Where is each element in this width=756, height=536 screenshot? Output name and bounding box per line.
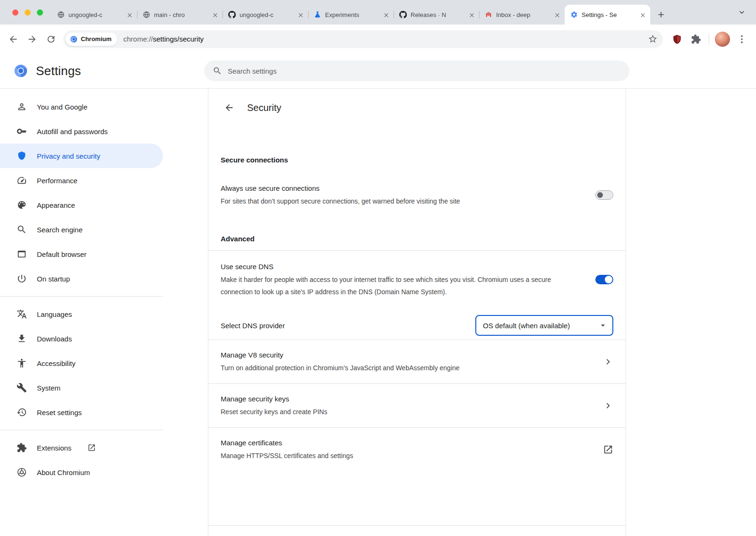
ublock-extension-button[interactable] (668, 30, 687, 49)
tab-close-icon[interactable] (210, 10, 220, 19)
row-title: Always use secure connections (221, 183, 572, 194)
flask-icon (314, 11, 321, 18)
back-button[interactable] (221, 99, 238, 116)
use-secure-dns-toggle[interactable] (595, 275, 613, 284)
sidebar-item-label: Autofill and passwords (37, 128, 108, 136)
traffic-light-minimize[interactable] (25, 9, 31, 16)
url-text[interactable]: chrome://settings/security (123, 35, 645, 43)
download-icon (17, 333, 27, 344)
row-text: Manage V8 security Turn on additional pr… (221, 349, 603, 374)
security-page: Security Secure connections Always use s… (208, 89, 626, 536)
toggle-knob (605, 276, 612, 283)
row-subtitle: Reset security keys and create PINs (221, 406, 579, 418)
sidebar-item-autofill[interactable]: Autofill and passwords (0, 119, 163, 144)
sidebar-item-performance[interactable]: Performance (0, 168, 163, 193)
address-bar[interactable]: Chromium chrome://settings/security (63, 30, 663, 48)
sidebar-item-you-and-google[interactable]: You and Google (0, 94, 163, 119)
right-gutter (626, 89, 756, 536)
tab-settings-active[interactable]: Settings - Se (565, 5, 650, 25)
page-head: Security (221, 89, 613, 121)
sidebar-item-extensions[interactable]: Extensions (0, 435, 163, 460)
arrow-back-icon (224, 102, 234, 113)
sidebar-item-label: Appearance (37, 201, 75, 209)
tab-main-chromium[interactable]: main - chro (137, 5, 223, 25)
sidebar-item-on-startup[interactable]: On startup (0, 266, 163, 291)
sidebar-item-downloads[interactable]: Downloads (0, 326, 163, 351)
reload-button[interactable] (42, 30, 60, 49)
search-icon (17, 224, 27, 235)
power-icon (17, 273, 27, 284)
sidebar-item-privacy-security[interactable]: Privacy and security (0, 144, 163, 168)
chevron-right-icon (603, 400, 613, 411)
forward-button[interactable] (23, 30, 42, 49)
tab-inbox[interactable]: Inbox - deep (479, 5, 565, 25)
sidebar-item-accessibility[interactable]: Accessibility (0, 351, 163, 375)
back-button[interactable] (4, 30, 23, 49)
kebab-menu-icon (737, 34, 747, 44)
site-chip[interactable]: Chromium (66, 33, 117, 46)
tab-close-icon[interactable] (296, 10, 305, 19)
row-title: Manage certificates (221, 437, 579, 449)
url-scheme: chrome:// (123, 35, 153, 43)
row-subtitle: Manage HTTPS/SSL certificates and settin… (221, 450, 579, 462)
tab-ungoogled-github[interactable]: ungoogled-c (223, 5, 308, 25)
browser-window: ungoogled-c main - chro ungoogled-c (0, 0, 756, 536)
sidebar-item-label: Default browser (37, 250, 86, 258)
tab-title: Experiments (325, 11, 378, 18)
divider (208, 525, 626, 526)
tab-experiments[interactable]: Experiments (308, 5, 394, 25)
sidebar-item-label: Performance (37, 177, 77, 185)
section-heading-secure-connections: Secure connections (221, 156, 613, 164)
site-chip-label: Chromium (81, 35, 112, 43)
row-text: Use secure DNS Make it harder for people… (221, 261, 595, 298)
traffic-lights (0, 9, 52, 16)
always-use-secure-connections-row: Always use secure connections For sites … (221, 183, 613, 207)
sidebar-item-system[interactable]: System (0, 375, 163, 400)
always-use-secure-connections-toggle[interactable] (595, 190, 613, 200)
manage-security-keys-row[interactable]: Manage security keys Reset security keys… (221, 384, 613, 427)
row-text: Manage security keys Reset security keys… (221, 393, 603, 418)
browser-menu-button[interactable] (732, 30, 751, 49)
sidebar-item-languages[interactable]: Languages (0, 302, 163, 326)
tab-close-icon[interactable] (467, 10, 476, 19)
dns-provider-select[interactable]: OS default (when available) (475, 315, 613, 336)
tab-close-icon[interactable] (381, 10, 391, 19)
traffic-light-close[interactable] (12, 9, 18, 16)
tab-search-button[interactable] (734, 5, 749, 20)
chromium-logo-icon (70, 35, 77, 43)
tab-ungoogled-1[interactable]: ungoogled-c (52, 5, 137, 25)
tab-releases[interactable]: Releases · N (394, 5, 479, 25)
sidebar-item-appearance[interactable]: Appearance (0, 193, 163, 217)
extensions-button[interactable] (687, 30, 705, 49)
star-icon (648, 34, 658, 44)
new-tab-button[interactable] (654, 8, 668, 22)
tab-strip: ungoogled-c main - chro ungoogled-c (0, 0, 756, 25)
sidebar-item-about-chromium[interactable]: About Chromium (0, 460, 163, 485)
sidebar-item-label: You and Google (37, 103, 87, 111)
sidebar-item-search-engine[interactable]: Search engine (0, 217, 163, 242)
divider (0, 296, 163, 297)
tab-close-icon[interactable] (638, 10, 647, 19)
arrow-forward-icon (27, 34, 37, 44)
tab-title: Settings - Se (582, 11, 634, 18)
traffic-light-zoom[interactable] (37, 9, 43, 16)
settings-title: Settings (36, 64, 81, 78)
settings-search-input[interactable] (228, 67, 621, 75)
sidebar-item-reset-settings[interactable]: Reset settings (0, 400, 163, 425)
bookmark-star-button[interactable] (645, 32, 660, 47)
open-in-new-icon (87, 443, 96, 452)
browser-toolbar: Chromium chrome://settings/security (0, 25, 756, 53)
sidebar-item-label: Reset settings (37, 408, 82, 417)
profile-avatar[interactable] (715, 32, 730, 47)
sidebar-item-default-browser[interactable]: Default browser (0, 242, 163, 266)
tab-title: main - chro (154, 11, 206, 18)
manage-v8-security-row[interactable]: Manage V8 security Turn on additional pr… (221, 340, 613, 383)
open-in-new-icon[interactable] (603, 444, 613, 455)
settings-header: Settings (0, 53, 756, 89)
manage-certificates-row[interactable]: Manage certificates Manage HTTPS/SSL cer… (221, 428, 613, 471)
tab-close-icon[interactable] (552, 10, 562, 19)
ublock-shield-icon (672, 34, 682, 44)
tab-close-icon[interactable] (125, 10, 134, 19)
puzzle-icon (17, 442, 27, 453)
globe-icon (143, 11, 150, 18)
